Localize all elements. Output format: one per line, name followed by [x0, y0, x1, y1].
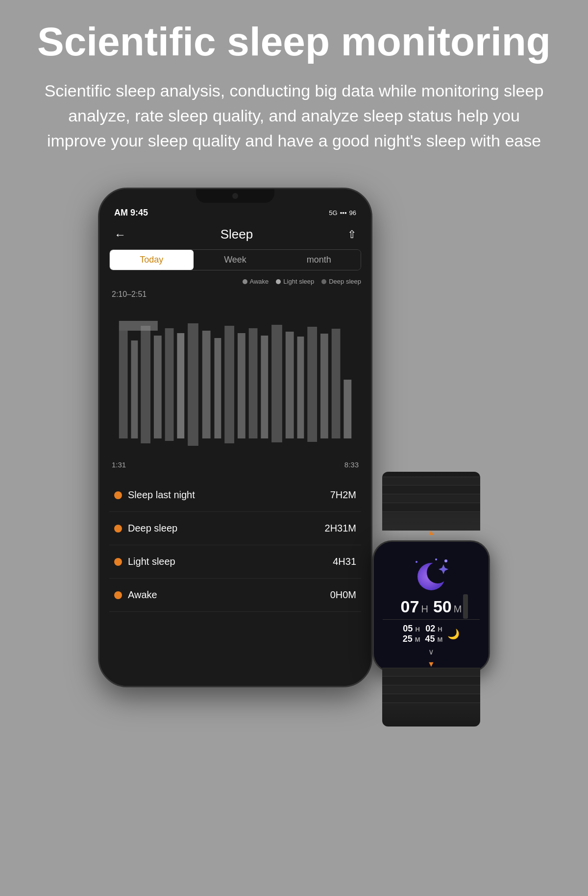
watch-minutes: 50 [433, 597, 452, 616]
svg-rect-1 [119, 331, 128, 438]
svg-rect-8 [202, 331, 211, 438]
chart-axis-start: 1:31 [112, 460, 126, 469]
battery-icon: 96 [349, 209, 356, 217]
page-wrapper: Scientific sleep monitoring Scientific s… [0, 0, 588, 896]
devices-container: AM 9:45 5G ▪▪▪ 96 ← Sleep ⇧ Today We [74, 188, 514, 726]
tabs-container: Today Week month [109, 249, 361, 270]
legend-awake-label: Awake [250, 278, 269, 285]
svg-rect-10 [224, 326, 234, 443]
watch-minutes-unit: M [454, 604, 462, 615]
moon-graphic [409, 557, 453, 593]
watch-sub-h1: 05 H [403, 624, 420, 634]
chart-svg [109, 301, 361, 458]
svg-rect-11 [238, 333, 245, 438]
watch-hours-unit: H [421, 604, 428, 615]
tab-month[interactable]: month [277, 250, 361, 270]
stat-dot-light [114, 558, 122, 566]
watch-sub-item-2: 02 H 45 M [425, 624, 443, 644]
back-button[interactable]: ← [114, 228, 126, 242]
svg-rect-4 [154, 336, 162, 438]
share-icon[interactable]: ⇧ [347, 228, 356, 241]
chart-area: 2:10–2:51 [109, 290, 361, 469]
svg-rect-3 [141, 326, 150, 443]
svg-rect-6 [177, 333, 184, 438]
svg-rect-20 [343, 380, 351, 438]
watch-band-bottom [382, 668, 480, 726]
watch-sub-m1: 25 M [403, 634, 420, 644]
watch-body: 07 H 50 M 05 H 25 M 02 H [372, 540, 490, 673]
svg-rect-21 [119, 321, 158, 331]
legend-deep: Deep sleep [321, 278, 361, 285]
stat-label-light: Light sleep [128, 556, 175, 567]
chart-axis: 1:31 8:33 [109, 458, 361, 469]
stat-label-deep: Deep sleep [128, 523, 177, 534]
stat-dot-sleep [114, 491, 122, 499]
stat-sleep-last-night: Sleep last night 7H2M [109, 479, 361, 512]
svg-point-22 [416, 561, 417, 563]
main-title: Scientific sleep monitoring [8, 20, 580, 64]
watch-arrow-top-indicator: ▲ [427, 528, 435, 537]
svg-rect-9 [214, 338, 221, 438]
chart-time-label: 2:10–2:51 [109, 290, 361, 299]
svg-point-24 [435, 558, 437, 560]
smartphone: AM 9:45 5G ▪▪▪ 96 ← Sleep ⇧ Today We [98, 188, 372, 687]
svg-rect-16 [297, 337, 304, 438]
watch-divider [383, 619, 480, 620]
phone-screen: AM 9:45 5G ▪▪▪ 96 ← Sleep ⇧ Today We [99, 189, 371, 686]
legend-light: Light sleep [276, 278, 314, 285]
svg-rect-19 [332, 329, 341, 438]
svg-rect-13 [261, 336, 268, 438]
stats-list: Sleep last night 7H2M Deep sleep 2H31M [109, 479, 361, 612]
legend-deep-label: Deep sleep [329, 278, 361, 285]
svg-rect-17 [307, 327, 317, 442]
svg-rect-14 [271, 325, 282, 442]
stat-dot-deep [114, 525, 122, 533]
stat-left-deep: Deep sleep [114, 523, 177, 534]
svg-point-23 [444, 559, 447, 562]
svg-rect-12 [249, 328, 258, 438]
watch-arrow-bottom-indicator: ▼ [427, 660, 435, 669]
svg-rect-5 [165, 328, 174, 441]
stat-deep-sleep: Deep sleep 2H31M [109, 512, 361, 545]
app-header: ← Sleep ⇧ [99, 222, 371, 249]
sub-title: Scientific sleep analysis, conducting bi… [0, 78, 588, 153]
status-icons: 5G ▪▪▪ 96 [329, 209, 356, 217]
tab-today[interactable]: Today [110, 250, 194, 270]
stat-label-awake: Awake [128, 589, 157, 601]
stat-label-sleep: Sleep last night [128, 489, 195, 501]
awake-dot [243, 279, 247, 284]
chevron-down-icon: ∨ [428, 647, 434, 656]
tab-week[interactable]: Week [194, 250, 277, 270]
watch-screen: 07 H 50 M 05 H 25 M 02 H [374, 542, 489, 671]
watch-side-button [463, 594, 468, 619]
stat-left-light: Light sleep [114, 556, 175, 567]
svg-rect-7 [188, 323, 198, 446]
svg-rect-2 [131, 340, 138, 438]
stat-left-awake: Awake [114, 589, 157, 601]
watch-sub-times: 05 H 25 M 02 H 45 M 🌙 [403, 624, 460, 644]
stat-awake: Awake 0H0M [109, 579, 361, 612]
watch-sub-item-1: 05 H 25 M [403, 624, 420, 644]
smartwatch: ▲ [348, 472, 514, 726]
network-icon: 5G [329, 209, 337, 217]
legend: Awake Light sleep Deep sleep [99, 278, 371, 290]
watch-sub-m2: 45 M [425, 634, 443, 644]
legend-awake: Awake [243, 278, 269, 285]
svg-rect-18 [320, 334, 328, 438]
phone-notch [196, 189, 274, 203]
svg-rect-15 [286, 332, 294, 438]
signal-icon: ▪▪▪ [340, 209, 347, 217]
chart-axis-end: 8:33 [344, 460, 359, 469]
status-time: AM 9:45 [114, 208, 148, 218]
moon-sub-icon: 🌙 [447, 628, 460, 640]
watch-main-time: 07 H 50 M [401, 597, 462, 616]
deep-dot [321, 279, 326, 284]
svg-point-26 [427, 562, 448, 583]
stat-left-sleep: Sleep last night [114, 489, 195, 501]
watch-hours: 07 [401, 597, 419, 616]
stat-dot-awake [114, 591, 122, 599]
watch-sub-h2: 02 H [425, 624, 443, 634]
camera-dot [232, 193, 238, 199]
light-dot [276, 279, 281, 284]
watch-band-top [382, 472, 480, 531]
